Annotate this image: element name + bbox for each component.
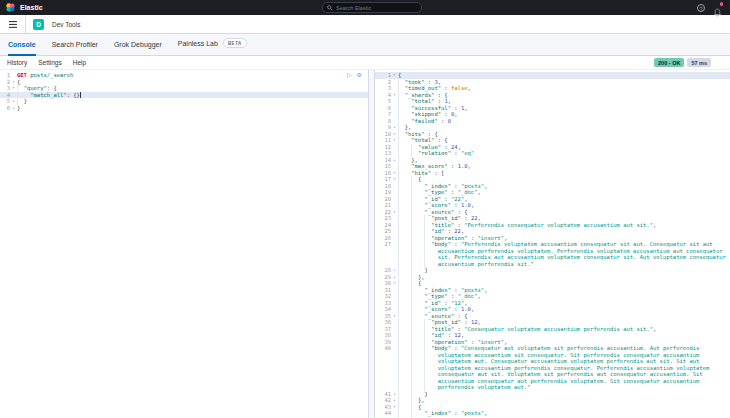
request-options-wrench-icon[interactable]: ⚙ xyxy=(357,72,362,78)
history-button[interactable]: History xyxy=(7,59,27,66)
brand-title: Elastic xyxy=(20,4,43,11)
status-code-badge: 200 - OK xyxy=(654,58,684,67)
global-header: Elastic Search Elastic ? xyxy=(0,0,730,15)
tab-painless-lab-label: Painless Lab xyxy=(178,40,218,47)
line-number: 27 xyxy=(375,241,391,267)
help-button[interactable]: Help xyxy=(73,59,86,66)
response-line: 27"body" : "Perferendis voluptatem accus… xyxy=(375,241,730,267)
response-viewer[interactable]: 1▾{2"took" : 3,3"timed_out" : false,4▾"_… xyxy=(375,70,730,418)
notification-dot xyxy=(720,2,724,6)
request-line[interactable]: 6▴} xyxy=(0,105,368,112)
tab-search-profiler-label: Search Profiler xyxy=(52,41,98,48)
console-split-view: ▷ ⚙ 1GET posts/_search2▾{3▾"query": {4"m… xyxy=(0,70,730,418)
fold-spacer xyxy=(391,345,398,391)
tab-grok-debugger[interactable]: Grok Debugger xyxy=(114,41,162,55)
bell-glyph xyxy=(713,8,722,17)
code-text: "body" : "Perferendis voluptatem accusan… xyxy=(398,241,726,267)
help-icon[interactable]: ? xyxy=(697,4,705,12)
line-number: 6 xyxy=(0,105,10,112)
tab-search-profiler[interactable]: Search Profiler xyxy=(52,41,98,55)
tab-painless-lab[interactable]: Painless Lab BETA xyxy=(178,38,247,55)
search-placeholder: Search Elastic xyxy=(336,5,371,11)
send-request-icon[interactable]: ▷ xyxy=(347,72,352,78)
header-section-divider xyxy=(25,15,26,33)
dev-tools-tabs: Console Search Profiler Grok Debugger Pa… xyxy=(0,34,730,56)
panel-resizer-handle[interactable] xyxy=(368,70,375,418)
console-toolbar: History Settings Help 200 - OK 57 ms xyxy=(0,56,730,70)
global-search-input[interactable]: Search Elastic xyxy=(322,2,422,13)
fold-spacer xyxy=(391,241,398,267)
hamburger-menu-icon[interactable] xyxy=(9,21,17,28)
response-time-badge: 57 ms xyxy=(687,58,711,67)
alerts-bell-icon[interactable] xyxy=(713,3,722,12)
tab-grok-debugger-label: Grok Debugger xyxy=(114,41,162,48)
tab-console[interactable]: Console xyxy=(8,41,36,55)
breadcrumb-bar: D Dev Tools xyxy=(0,15,730,34)
settings-button[interactable]: Settings xyxy=(38,59,62,66)
code-text: } xyxy=(17,105,364,112)
text-cursor xyxy=(80,92,81,98)
response-line: 40"body" : "Consequatur aut voluptatem s… xyxy=(375,345,730,391)
beta-badge: BETA xyxy=(223,38,247,48)
line-number: 40 xyxy=(375,345,391,391)
code-text: "body" : "Consequatur aut voluptatem sit… xyxy=(398,345,726,391)
dev-tools-app-icon[interactable]: D xyxy=(33,19,44,30)
search-icon xyxy=(327,5,333,11)
request-editor[interactable]: ▷ ⚙ 1GET posts/_search2▾{3▾"query": {4"m… xyxy=(0,70,368,418)
elastic-logo-icon[interactable] xyxy=(6,3,15,12)
breadcrumb: Dev Tools xyxy=(52,21,80,28)
tab-console-label: Console xyxy=(8,41,36,48)
fold-close-icon[interactable]: ▴ xyxy=(10,105,17,112)
